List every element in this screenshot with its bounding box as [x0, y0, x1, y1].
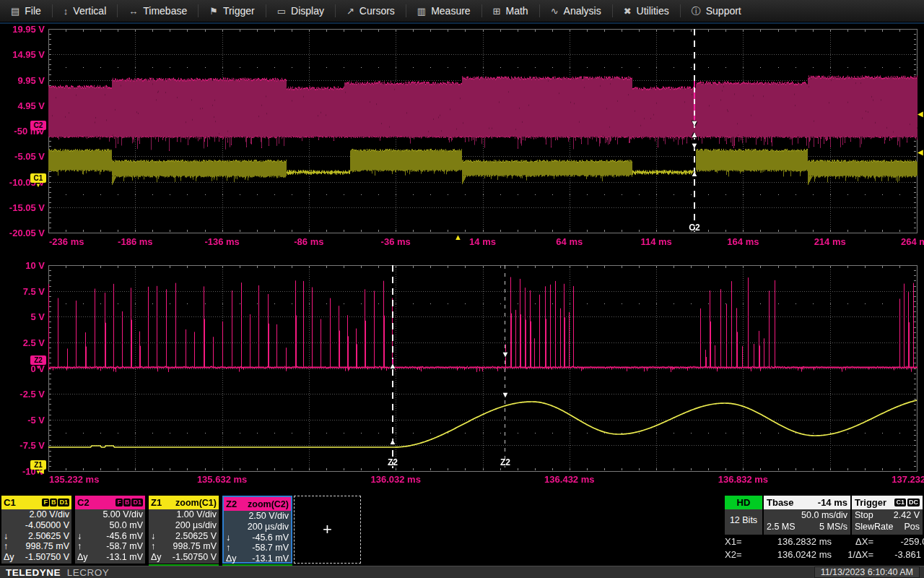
descriptor-row-value: ↓2.50625 V: [1, 531, 71, 542]
trace-descriptor-z2[interactable]: Z2zoom(C2)2.50 V/div200 µs/div↓-45.6 mV↑…: [222, 496, 292, 564]
cursor-line-2[interactable]: [505, 265, 505, 471]
oscilloscope-screen: ▤File↕Vertical↔Timebase⚑Trigger▭Display↗…: [0, 0, 924, 578]
trace-badge-pointer: ▼: [35, 183, 41, 189]
descriptor-row-reading: 2.50625 V: [164, 531, 217, 542]
descriptor-row-value: 200 µs/div: [149, 520, 219, 531]
cursor-line-trace-overlap: [694, 81, 695, 121]
menu-item-cursors[interactable]: ↗Cursors: [336, 0, 406, 22]
menu-item-vertical[interactable]: ↕Vertical: [53, 0, 117, 22]
analysis-icon: ∿: [551, 7, 559, 16]
calculator-icon: ⊞: [493, 7, 501, 16]
descriptor-row-value: 2.00 V/div: [1, 509, 71, 520]
descriptor-row-reading: -4.05000 V: [17, 520, 69, 531]
trace-descriptor-c1[interactable]: C1FBD12.00 V/div-4.05000 V↓2.50625 V↑998…: [1, 496, 71, 564]
menu-item-label: Display: [291, 5, 324, 17]
x-axis-tick-label: 135.632 ms: [197, 474, 247, 485]
descriptor-badge-d1: D1: [131, 499, 143, 506]
x-axis-tick-label: -186 ms: [118, 236, 152, 247]
descriptor-row-prefix: [4, 520, 17, 531]
descriptor-row-reading: -45.6 mV: [90, 531, 143, 542]
timebase-box[interactable]: Tbase -14 ms 50.0 ms/div 2.5 MS 5 MS/s: [764, 496, 850, 535]
hd-indicator-box[interactable]: HD 12 Bits: [725, 496, 762, 535]
descriptor-row-value: ↑-58.7 mV: [224, 543, 291, 553]
cursor-arrow-icon: ↗: [346, 7, 354, 16]
cursor-arrow-marker: ▼: [502, 350, 510, 358]
menu-item-measure[interactable]: ▥Measure: [406, 0, 481, 22]
add-trace-box[interactable]: +: [294, 496, 361, 564]
descriptor-row-value: 50.0 mV: [75, 520, 145, 531]
menu-item-timebase[interactable]: ↔Timebase: [118, 0, 198, 22]
menu-item-label: Math: [506, 5, 528, 17]
menu-item-trigger[interactable]: ⚑Trigger: [199, 0, 265, 22]
trigger-mode: Stop: [855, 510, 873, 522]
x-axis-tick-label: 14 ms: [469, 236, 496, 247]
descriptor-row-prefix: Δy: [77, 552, 90, 563]
brand-logo: TELEDYNE LECROY: [6, 567, 109, 578]
readout-dx-value: -259.0 µs: [873, 536, 924, 547]
menu-item-label: Utilities: [637, 5, 669, 17]
trigger-slope: Pos: [904, 522, 920, 533]
y-axis-tick-label: -5 V: [0, 415, 45, 426]
descriptor-header: Z1zoom(C1): [149, 496, 219, 509]
hd-bits-label: 12 Bits: [725, 509, 762, 526]
descriptor-row-reading: -45.6 mV: [239, 532, 289, 543]
measure-icon: ▥: [417, 7, 426, 16]
trigger-box[interactable]: Trigger C1 DC Stop 2.42 V SlewRate Pos: [852, 496, 923, 535]
descriptor-title: Z2: [226, 499, 237, 509]
descriptor-row-value: Δy-1.50750 V: [1, 552, 71, 563]
waveform-canvas[interactable]: [0, 0, 924, 578]
trace-descriptor-z1[interactable]: Z1zoom(C1)1.00 V/div200 µs/div↓2.50625 V…: [149, 496, 219, 564]
plus-cursor-icon: +: [323, 520, 332, 539]
menu-item-label: Trigger: [223, 5, 255, 17]
descriptor-row-reading: -58.7 mV: [90, 541, 143, 552]
utilities-icon: ✖: [624, 7, 632, 16]
x-axis-tick-label: 136.032 ms: [370, 474, 420, 485]
descriptor-row-prefix: [226, 511, 239, 522]
descriptor-row-prefix: [151, 520, 164, 531]
x-axis-tick-label: 64 ms: [556, 236, 583, 247]
descriptor-row-reading: -13.1 mV: [90, 552, 143, 563]
descriptor-row-value: Δy-1.50750 V: [149, 552, 219, 563]
trigger-title: Trigger: [855, 497, 886, 508]
cursor-label: C2: [689, 223, 699, 233]
menu-item-file[interactable]: ▤File: [0, 0, 52, 22]
hd-header: HD: [725, 496, 762, 509]
x-axis-tick-label: -236 ms: [49, 236, 84, 247]
trigger-coupling-badge: DC: [907, 499, 920, 506]
descriptor-badge-f: F: [116, 499, 123, 506]
trace-badge-pointer: ▼: [35, 130, 41, 136]
trigger-flag-icon: ⚑: [209, 7, 218, 16]
y-axis-tick-label: 9.95 V: [0, 75, 45, 86]
descriptor-header: C1FBD1: [1, 496, 71, 509]
descriptor-row-prefix: Δy: [4, 552, 17, 563]
menu-item-utilities[interactable]: ✖Utilities: [613, 0, 680, 22]
trigger-time-marker[interactable]: ▲: [454, 233, 462, 241]
menu-item-analysis[interactable]: ∿Analysis: [540, 0, 612, 22]
menu-item-math[interactable]: ⊞Math: [482, 0, 539, 22]
x-axis-tick-label: 136.832 ms: [718, 474, 768, 485]
trigger-badges: C1 DC: [893, 499, 920, 506]
descriptor-badge-f: F: [42, 499, 49, 506]
descriptor-badges: FBD1: [116, 499, 143, 506]
y-axis-tick-label: -7.5 V: [0, 440, 45, 451]
descriptor-badge-b: B: [123, 499, 131, 506]
descriptor-row-reading: -1.50750 V: [17, 552, 69, 563]
menu-item-label: Timebase: [143, 5, 187, 17]
descriptor-row-prefix: ↑: [4, 541, 17, 552]
x-axis-tick-label: 264 ms: [901, 236, 924, 247]
descriptor-row-prefix: [151, 509, 164, 520]
menu-item-display[interactable]: ▭Display: [266, 0, 335, 22]
descriptor-row-reading: 50.0 mV: [90, 520, 143, 531]
menu-item-support[interactable]: ⓘSupport: [681, 0, 752, 22]
readout-x2-label: X2=: [725, 549, 751, 560]
y-axis-tick-label: -20.05 V: [0, 228, 45, 238]
descriptor-row-prefix: [77, 509, 90, 520]
trace-descriptor-c2[interactable]: C2FBD15.00 V/div50.0 mV↓-45.6 mV↑-58.7 m…: [75, 496, 145, 564]
cursor-arrow-marker: ▲: [389, 362, 397, 370]
trigger-level-marker[interactable]: ◀: [918, 149, 923, 156]
trigger-level-marker[interactable]: ◀: [918, 111, 923, 118]
y-axis-tick-label: 10 V: [0, 260, 45, 271]
descriptor-row-prefix: [226, 522, 239, 532]
cursor-label: Z2: [388, 457, 398, 467]
x-axis-tick-label: 137.232 ms: [892, 474, 924, 485]
